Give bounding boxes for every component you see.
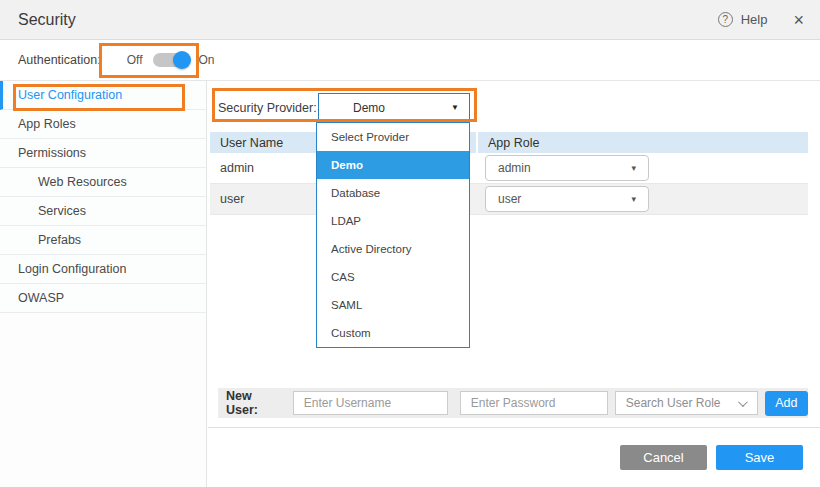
close-icon[interactable]: × <box>793 11 804 29</box>
security-provider-select[interactable]: Demo ▼ <box>318 93 470 122</box>
username-input[interactable] <box>293 391 448 415</box>
sidebar-item-user-configuration[interactable]: User Configuration <box>0 81 206 110</box>
authentication-toggle[interactable] <box>153 53 189 67</box>
help-button[interactable]: Help <box>741 12 768 27</box>
app-role-select[interactable]: admin ▾ <box>485 155 649 181</box>
toggle-knob[interactable] <box>173 51 191 69</box>
dropdown-arrow-icon: ▾ <box>631 163 636 173</box>
authentication-toggle-group: Off On <box>127 53 215 67</box>
page-title: Security <box>18 11 76 29</box>
dropdown-arrow-icon: ▼ <box>451 103 459 112</box>
window-header: Security ? Help × <box>0 0 820 40</box>
provider-option-cas[interactable]: CAS <box>317 263 469 291</box>
new-user-row: New User: Search User Role Add <box>218 388 808 418</box>
provider-option-ldap[interactable]: LDAP <box>317 207 469 235</box>
cancel-button[interactable]: Cancel <box>620 445 707 470</box>
provider-option-saml[interactable]: SAML <box>317 291 469 319</box>
authentication-label: Authentication: <box>18 53 101 67</box>
provider-dropdown-list: Select Provider Demo Database LDAP Activ… <box>316 122 470 348</box>
table-row: admin admin ▾ <box>210 153 808 184</box>
app-role-select[interactable]: user ▾ <box>485 186 649 212</box>
user-role-placeholder: Search User Role <box>616 396 721 410</box>
new-user-label: New User: <box>226 389 284 417</box>
provider-option-active-directory[interactable]: Active Directory <box>317 235 469 263</box>
provider-option-custom[interactable]: Custom <box>317 319 469 347</box>
save-button[interactable]: Save <box>716 445 803 470</box>
sidebar: User Configuration App Roles Permissions… <box>0 81 207 487</box>
table-header: User Name App Role <box>210 132 808 153</box>
security-settings-window: Security ? Help × Authentication: Off On… <box>0 0 820 487</box>
sidebar-item-permissions[interactable]: Permissions <box>0 139 206 168</box>
app-role-value: user <box>486 192 521 206</box>
provider-option-database[interactable]: Database <box>317 179 469 207</box>
column-header-app-role: App Role <box>478 132 808 153</box>
sidebar-item-app-roles[interactable]: App Roles <box>0 110 206 139</box>
authentication-row: Authentication: Off On <box>0 40 820 81</box>
app-role-value: admin <box>486 161 531 175</box>
security-provider-label: Security Provider: <box>218 101 318 115</box>
sidebar-item-services[interactable]: Services <box>0 197 206 226</box>
chevron-down-icon <box>738 397 748 407</box>
help-icon[interactable]: ? <box>718 12 733 27</box>
header-actions: ? Help × <box>718 11 804 29</box>
toggle-off-label: Off <box>127 53 143 67</box>
sidebar-item-owasp[interactable]: OWASP <box>0 284 206 313</box>
security-provider-row: Security Provider: Demo ▼ <box>218 93 318 122</box>
sidebar-item-web-resources[interactable]: Web Resources <box>0 168 206 197</box>
sidebar-item-prefabs[interactable]: Prefabs <box>0 226 206 255</box>
toggle-on-label: On <box>199 53 215 67</box>
table-row: user user ▾ <box>210 184 808 215</box>
selected-provider-value: Demo <box>319 101 385 115</box>
user-role-select[interactable]: Search User Role <box>615 391 758 415</box>
sidebar-item-login-configuration[interactable]: Login Configuration <box>0 255 206 284</box>
provider-option-demo[interactable]: Demo <box>317 151 469 179</box>
password-input[interactable] <box>460 391 608 415</box>
dropdown-arrow-icon: ▾ <box>631 194 636 204</box>
footer-divider <box>208 427 820 428</box>
users-table: User Name App Role admin admin ▾ user us… <box>210 132 808 215</box>
add-user-button[interactable]: Add <box>765 391 808 416</box>
provider-option-select-provider[interactable]: Select Provider <box>317 123 469 151</box>
